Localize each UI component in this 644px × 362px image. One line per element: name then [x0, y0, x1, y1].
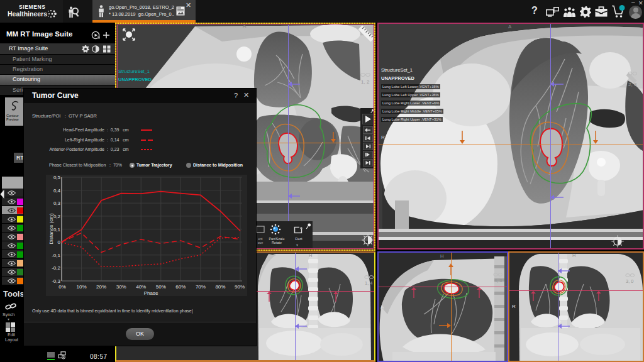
svg-text:70%: 70% — [196, 284, 206, 290]
svg-text:0: 0 — [58, 239, 61, 245]
svg-text:60%: 60% — [175, 284, 186, 290]
svg-text:50%: 50% — [156, 284, 166, 290]
svg-text:10%: 10% — [77, 284, 87, 290]
svg-text:0%: 0% — [58, 284, 66, 290]
svg-text:-0,1: -0,1 — [52, 253, 60, 258]
svg-text:-0,3: -0,3 — [52, 278, 60, 284]
svg-text:Phase: Phase — [144, 290, 158, 296]
svg-text:0,3: 0,3 — [53, 200, 61, 206]
svg-text:90%: 90% — [235, 284, 245, 290]
svg-text:80%: 80% — [215, 284, 225, 290]
svg-text:30%: 30% — [116, 284, 126, 290]
svg-text:20%: 20% — [96, 284, 106, 290]
svg-text:0,4: 0,4 — [53, 188, 61, 194]
svg-text:0,1: 0,1 — [53, 227, 61, 233]
svg-text:0,5: 0,5 — [53, 175, 61, 180]
svg-text:-0,2: -0,2 — [52, 265, 60, 271]
svg-text:Distance (cm): Distance (cm) — [48, 213, 54, 244]
svg-text:40%: 40% — [136, 284, 146, 290]
svg-text:0,2: 0,2 — [53, 214, 61, 219]
